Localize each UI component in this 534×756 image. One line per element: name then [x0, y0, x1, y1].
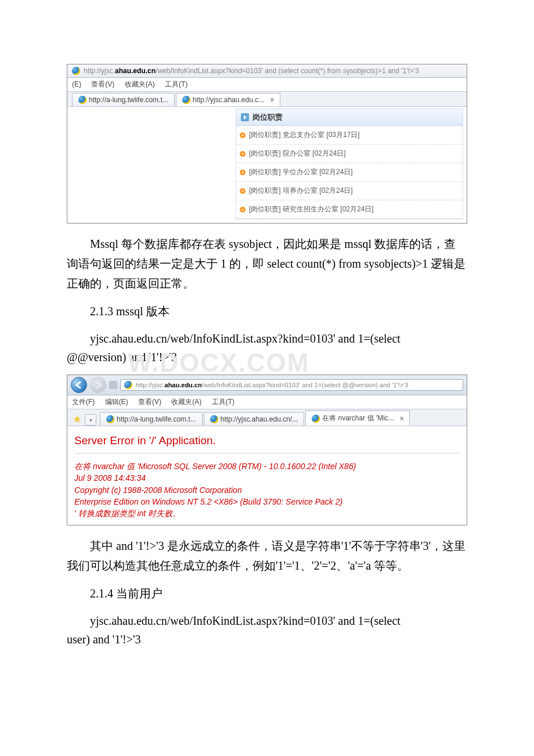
- tab-label: http://a-lung.twlife.com.t...: [117, 415, 196, 423]
- menu-view[interactable]: 查看(V): [138, 398, 161, 406]
- browser-menu-bar: 文件(F) 编辑(E) 查看(V) 收藏夹(A) 工具(T): [67, 395, 467, 409]
- ie-icon: [182, 96, 190, 104]
- ie-icon: [124, 381, 132, 389]
- nav-address-row: http://yjsc.ahau.edu.cn/web/InfoKindList…: [67, 375, 467, 395]
- sql-url-2: yjsc.ahau.edu.cn/web/InfoKindList.aspx?k…: [67, 611, 467, 649]
- panel-heading: 岗位职责: [236, 109, 463, 126]
- screenshot-1: http://yjsc.ahau.edu.cn/web/InfoKindList…: [67, 64, 467, 224]
- ie-icon: [312, 415, 320, 423]
- arrow-right-icon: [241, 113, 249, 121]
- tab-bar: http://a-lung.twlife.com.t... http://yjs…: [67, 92, 467, 107]
- duties-list: [岗位职责] 党总支办公室 [03月17日] [岗位职责] 院办公室 [02月2…: [236, 126, 463, 219]
- tab-label: 在将 nvarchar 值 'Mic...: [322, 413, 394, 423]
- address-bar[interactable]: http://yjsc.ahau.edu.cn/web/InfoKindList…: [67, 64, 467, 78]
- screenshot-2: http://yjsc.ahau.edu.cn/web/InfoKindList…: [67, 375, 467, 525]
- address-url: http://yjsc.ahau.edu.cn/web/InfoKindList…: [136, 381, 408, 388]
- close-icon[interactable]: ×: [400, 415, 404, 423]
- paragraph-1: Mssql 每个数据库都存在表 sysobject，因此如果是 mssql 数据…: [67, 234, 467, 293]
- close-icon[interactable]: ×: [270, 96, 274, 104]
- page-content: 岗位职责 [岗位职责] 党总支办公室 [03月17日] [岗位职责] 院办公室 …: [67, 107, 467, 223]
- back-button[interactable]: [71, 377, 87, 393]
- tab-item-active[interactable]: 在将 nvarchar 值 'Mic... ×: [305, 411, 410, 426]
- bullet-icon: [240, 170, 246, 175]
- paragraph-2: 其中 and '1'!>'3 是永远成立的条件，语义是字符串'1'不等于字符串'…: [67, 536, 467, 575]
- forward-button[interactable]: [90, 377, 106, 393]
- menu-tools[interactable]: 工具(T): [212, 398, 234, 406]
- duties-panel: 岗位职责 [岗位职责] 党总支办公室 [03月17日] [岗位职责] 院办公室 …: [236, 109, 463, 219]
- divider: [74, 453, 460, 453]
- list-item[interactable]: [岗位职责] 院办公室 [02月24日]: [236, 145, 463, 163]
- list-item[interactable]: [岗位职责] 培养办公室 [02月24日]: [236, 182, 463, 200]
- ie-icon: [78, 96, 86, 104]
- browser-menu-bar: (E) 查看(V) 收藏夹(A) 工具(T): [67, 78, 467, 92]
- menu-tools[interactable]: 工具(T): [165, 80, 187, 88]
- menu-edit[interactable]: 编辑(E): [105, 398, 128, 406]
- bullet-icon: [240, 132, 246, 138]
- tab-label: http://yjsc.ahau.edu.c...: [193, 96, 264, 104]
- menu-favorites[interactable]: 收藏夹(A): [125, 80, 155, 88]
- error-message: 在将 nvarchar 值 'Microsoft SQL Server 2008…: [74, 460, 460, 519]
- list-item[interactable]: [岗位职责] 研究生招生办公室 [02月24日]: [236, 200, 463, 219]
- tab-label: http://a-lung.twlife.com.t...: [89, 96, 168, 104]
- panel-title: 岗位职责: [252, 112, 283, 123]
- ie-icon: [106, 415, 114, 423]
- tab-item[interactable]: http://a-lung.twlife.com.t...: [100, 412, 203, 426]
- menu-file[interactable]: 文件(F): [72, 398, 95, 406]
- section-heading-213: 2.1.3 mssql 版本: [67, 301, 467, 321]
- menu-favorites[interactable]: 收藏夹(A): [171, 398, 201, 406]
- bullet-icon: [240, 188, 246, 194]
- list-item[interactable]: [岗位职责] 学位办公室 [02月24日]: [236, 163, 463, 182]
- favorites-star-icon[interactable]: ★: [71, 413, 84, 426]
- tab-item[interactable]: http://a-lung.twlife.com.t...: [72, 93, 175, 106]
- ie-icon: [72, 67, 80, 75]
- dropdown-icon[interactable]: [109, 381, 117, 389]
- address-url: http://yjsc.ahau.edu.cn/web/InfoKindList…: [84, 67, 419, 75]
- ie-icon: [210, 415, 218, 423]
- menu-e[interactable]: (E): [72, 80, 81, 88]
- error-heading: Server Error in '/' Application.: [74, 434, 460, 447]
- bullet-icon: [240, 207, 246, 213]
- bullet-icon: [240, 151, 246, 157]
- tab-label: http://yjsc.ahau.edu.cn/...: [221, 415, 298, 423]
- tab-item-active[interactable]: http://yjsc.ahau.edu.c... ×: [176, 93, 280, 106]
- tab-item[interactable]: http://yjsc.ahau.edu.cn/...: [204, 412, 304, 426]
- address-bar[interactable]: http://yjsc.ahau.edu.cn/web/InfoKindList…: [120, 379, 463, 391]
- sql-url-1: yjsc.ahau.edu.cn/web/InfoKindList.aspx?k…: [67, 329, 467, 366]
- list-item[interactable]: [岗位职责] 党总支办公室 [03月17日]: [236, 126, 463, 145]
- tab-bar: ★ ▾ http://a-lung.twlife.com.t... http:/…: [67, 409, 467, 426]
- section-heading-214: 2.1.4 当前用户: [67, 584, 467, 603]
- quick-tabs-button[interactable]: ▾: [85, 414, 96, 426]
- menu-view[interactable]: 查看(V): [91, 80, 114, 88]
- error-page: Server Error in '/' Application. 在将 nvar…: [67, 426, 467, 525]
